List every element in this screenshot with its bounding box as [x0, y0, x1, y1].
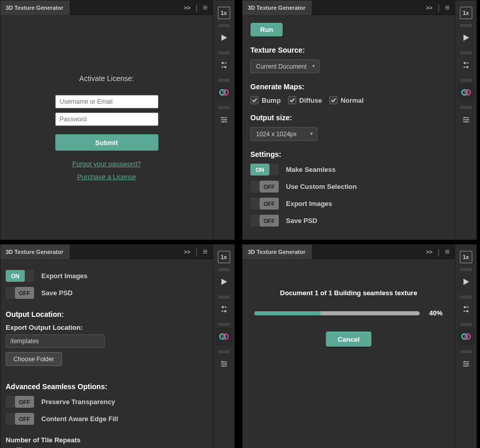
grip-icon — [460, 24, 472, 27]
bump-checkbox[interactable]: Bump — [250, 96, 281, 104]
run-button[interactable]: Run — [250, 23, 283, 37]
play-button[interactable] — [215, 29, 233, 46]
grip-icon — [460, 323, 472, 326]
svg-point-21 — [463, 361, 465, 363]
menu-icon[interactable]: ≡ — [203, 247, 207, 257]
sliders-button[interactable] — [215, 111, 233, 129]
swap-button[interactable] — [215, 56, 233, 74]
svg-point-15 — [221, 361, 223, 363]
zoom-1x-button[interactable]: 1x — [460, 7, 472, 19]
grip-icon — [460, 296, 472, 298]
username-input[interactable] — [55, 95, 158, 108]
texture-source-select[interactable]: Current Document — [250, 59, 319, 73]
output-form: ON Export Images OFF Save PSD Output Loc… — [1, 259, 213, 448]
zoom-1x-button[interactable]: 1x — [460, 251, 472, 263]
menu-icon[interactable]: ≡ — [445, 3, 450, 12]
grip-icon — [218, 52, 230, 54]
collapse-icon[interactable]: >> — [184, 5, 190, 11]
tab-app[interactable]: 3D Texture Generator — [1, 1, 70, 15]
use-custom-selection-label: Use Custom Selection — [286, 183, 357, 190]
cancel-button[interactable]: Cancel — [326, 331, 372, 347]
output-location-heading: Output Location: — [6, 310, 207, 318]
svg-point-23 — [465, 365, 466, 367]
sliders-button[interactable] — [457, 111, 475, 129]
collapse-icon[interactable]: >> — [426, 249, 433, 255]
divider: | — [438, 4, 440, 12]
progress-percent: 40% — [429, 309, 442, 317]
export-images-toggle[interactable]: OFF — [250, 198, 279, 210]
content-aware-toggle[interactable]: OFF — [6, 413, 34, 425]
collapse-icon[interactable]: >> — [184, 249, 190, 255]
swap-button[interactable] — [457, 300, 475, 318]
output-path-field[interactable] — [6, 334, 105, 348]
play-button[interactable] — [457, 29, 475, 46]
tab-app[interactable]: 3D Texture Generator — [243, 1, 312, 15]
preserve-transparency-toggle[interactable]: OFF — [6, 396, 34, 408]
swap-button[interactable] — [215, 300, 233, 318]
svg-point-22 — [467, 363, 468, 365]
forgot-password-link[interactable]: Forgot your password? — [72, 160, 141, 168]
svg-point-5 — [222, 121, 224, 123]
diffuse-checkbox[interactable]: Diffuse — [288, 96, 322, 104]
overlap-circles-button[interactable] — [457, 84, 475, 101]
svg-marker-12 — [221, 279, 227, 285]
grip-icon — [460, 52, 472, 54]
overlap-circles-button[interactable] — [215, 84, 233, 101]
grip-icon — [460, 79, 472, 82]
export-images-label: Export Images — [41, 272, 88, 280]
svg-point-10 — [467, 119, 468, 121]
password-input[interactable] — [55, 113, 158, 126]
tab-bar: 3D Texture Generator >> | ≡ — [1, 245, 213, 259]
maps-checkbox-row: Bump Diffuse Normal — [250, 96, 447, 104]
save-psd-label: Save PSD — [41, 289, 73, 297]
svg-marker-18 — [463, 279, 469, 285]
svg-point-16 — [225, 363, 226, 365]
sliders-button[interactable] — [215, 355, 233, 373]
svg-point-4 — [225, 119, 226, 121]
svg-point-3 — [221, 117, 223, 119]
swap-button[interactable] — [457, 56, 475, 74]
preserve-transparency-label: Preserve Transparency — [41, 398, 115, 406]
play-button[interactable] — [215, 273, 233, 291]
zoom-1x-button[interactable]: 1x — [218, 251, 230, 263]
grip-icon — [218, 106, 230, 109]
overlap-circles-button[interactable] — [215, 328, 233, 345]
progress-view: Document 1 of 1 Building seamless textur… — [243, 259, 455, 448]
submit-button[interactable]: Submit — [55, 134, 158, 151]
menu-icon[interactable]: ≡ — [203, 3, 207, 12]
collapse-icon[interactable]: >> — [426, 5, 433, 11]
make-seamless-toggle[interactable]: ON — [250, 164, 279, 175]
export-images-toggle[interactable]: ON — [6, 270, 34, 282]
svg-point-9 — [463, 117, 465, 119]
output-size-heading: Output size: — [250, 114, 447, 122]
panel-body: 3D Texture Generator >> | ≡ ON Export Im… — [0, 244, 213, 448]
play-button[interactable] — [457, 273, 475, 291]
svg-point-11 — [465, 121, 466, 123]
panel-body: 3D Texture Generator >> | ≡ Activate Lic… — [0, 0, 213, 240]
progress-bar — [254, 311, 420, 315]
panel-body: 3D Texture Generator >> | ≡ Document 1 o… — [242, 244, 455, 448]
panel-progress: 3D Texture Generator >> | ≡ Document 1 o… — [242, 244, 480, 448]
tab-app[interactable]: 3D Texture Generator — [243, 245, 312, 259]
progress-fill — [254, 311, 321, 315]
zoom-1x-button[interactable]: 1x — [218, 7, 230, 19]
save-psd-toggle[interactable]: OFF — [6, 287, 34, 299]
output-size-select[interactable]: 1024 x 1024px — [250, 127, 317, 141]
overlap-circles-button[interactable] — [457, 328, 475, 345]
panel-activate-license: 3D Texture Generator >> | ≡ Activate Lic… — [0, 0, 238, 240]
save-psd-toggle[interactable]: OFF — [250, 215, 279, 227]
purchase-license-link[interactable]: Purchase a License — [77, 173, 136, 181]
normal-checkbox[interactable]: Normal — [329, 96, 364, 104]
tab-label: 3D Texture Generator — [6, 249, 63, 255]
choose-folder-button[interactable]: Choose Folder — [6, 352, 62, 366]
svg-point-17 — [222, 365, 224, 367]
grip-icon — [460, 106, 472, 109]
grip-icon — [460, 350, 472, 353]
menu-icon[interactable]: ≡ — [445, 247, 450, 257]
texture-source-heading: Texture Source: — [250, 46, 447, 54]
sliders-button[interactable] — [457, 355, 475, 373]
use-custom-selection-toggle[interactable]: OFF — [250, 181, 279, 193]
tab-app[interactable]: 3D Texture Generator — [1, 245, 70, 259]
grip-icon — [460, 268, 472, 271]
generate-maps-heading: Generate Maps: — [250, 83, 447, 91]
